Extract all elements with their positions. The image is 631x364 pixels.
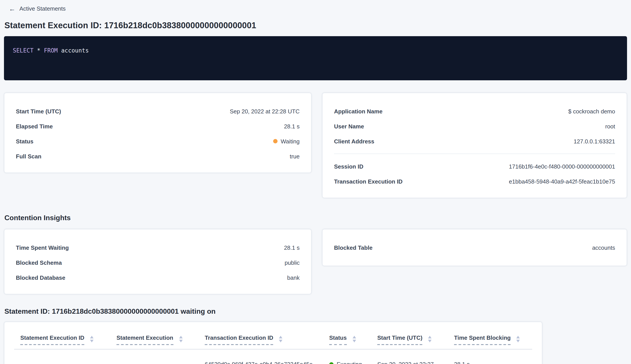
full-scan-value: true bbox=[290, 153, 300, 160]
status-label: Status bbox=[16, 138, 33, 144]
column-header-label: Statement Execution bbox=[116, 334, 173, 345]
sort-desc-icon bbox=[516, 340, 520, 342]
column-header-label: Statement Execution ID bbox=[20, 334, 84, 345]
sort-icon[interactable] bbox=[179, 336, 182, 342]
blocked-database-label: Blocked Database bbox=[16, 274, 65, 281]
column-header-label: Status bbox=[329, 334, 346, 345]
user-name-row: User Name root bbox=[334, 119, 615, 134]
start-time-value: Sep 20, 2022 at 22:28 UTC bbox=[230, 108, 300, 114]
session-id-label: Session ID bbox=[334, 163, 364, 170]
sql-table-name: accounts bbox=[61, 47, 89, 54]
blocked-table-label: Blocked Table bbox=[334, 244, 372, 251]
session-id-link[interactable]: 1716b1f6-4e0c-f480-0000-000000000001 bbox=[509, 163, 615, 170]
column-header-transaction-execution-id[interactable]: Transaction Execution ID bbox=[205, 334, 329, 345]
client-address-row: Client Address 127.0.0.1:63321 bbox=[334, 134, 615, 149]
column-header-label: Time Spent Blocking bbox=[454, 334, 511, 345]
blocked-schema-label: Blocked Schema bbox=[16, 259, 62, 266]
column-header-status[interactable]: Status bbox=[329, 334, 377, 345]
sort-desc-icon bbox=[352, 340, 356, 342]
column-header-start-time[interactable]: Start Time (UTC) bbox=[377, 334, 454, 345]
sort-asc-icon bbox=[352, 336, 356, 338]
page-title: Statement Execution ID: 1716b218dc0b3838… bbox=[4, 21, 627, 30]
sql-keyword-from: FROM bbox=[44, 47, 58, 54]
session-id-row: Session ID 1716b1f6-4e0c-f480-0000-00000… bbox=[334, 159, 615, 174]
status-value: Waiting bbox=[273, 138, 300, 144]
back-arrow-icon: ← bbox=[9, 5, 16, 12]
column-header-time-spent-blocking[interactable]: Time Spent Blocking bbox=[454, 334, 534, 345]
blocked-database-value: bank bbox=[287, 274, 300, 281]
card-divider bbox=[334, 154, 615, 154]
blocked-schema-value: public bbox=[284, 259, 300, 266]
column-header-label: Transaction Execution ID bbox=[205, 334, 273, 345]
elapsed-time-label: Elapsed Time bbox=[16, 123, 53, 130]
sort-asc-icon bbox=[279, 336, 283, 338]
sort-desc-icon bbox=[428, 340, 432, 342]
sql-keyword-select: SELECT bbox=[13, 47, 34, 54]
transaction-execution-id-label: Transaction Execution ID bbox=[334, 178, 403, 185]
sort-asc-icon bbox=[516, 336, 520, 338]
status-row: Status Waiting bbox=[16, 134, 300, 149]
cell-start-time: Sep 20, 2022 at 22:27 bbox=[377, 361, 454, 364]
execution-overview-card: Start Time (UTC) Sep 20, 2022 at 22:28 U… bbox=[4, 93, 312, 173]
sort-desc-icon bbox=[279, 340, 283, 342]
start-time-row: Start Time (UTC) Sep 20, 2022 at 22:28 U… bbox=[16, 104, 300, 119]
sort-desc-icon bbox=[90, 340, 94, 342]
blocked-table-row: Blocked Table accounts bbox=[334, 240, 615, 255]
cell-status: Executing bbox=[329, 361, 377, 364]
sql-statement-box: SELECT * FROM accounts bbox=[4, 36, 627, 80]
status-executing-dot-icon bbox=[329, 362, 334, 364]
blocked-table-card: Blocked Table accounts bbox=[322, 229, 627, 266]
sort-desc-icon bbox=[179, 340, 182, 342]
transaction-execution-id-row: Transaction Execution ID e1bba458-5948-4… bbox=[334, 174, 615, 189]
status-waiting-dot-icon bbox=[273, 139, 278, 144]
cell-transaction-execution-id: 64530d0c-969f-437e-a9b4-26a72245e45e bbox=[205, 361, 329, 364]
time-spent-waiting-value: 28.1 s bbox=[284, 244, 300, 251]
sort-icon[interactable] bbox=[352, 336, 356, 342]
application-name-value: $ cockroach demo bbox=[568, 108, 615, 114]
table-row: 64530d0c-969f-437e-a9b4-26a72245e45e Exe… bbox=[20, 350, 532, 364]
column-header-statement-execution-id[interactable]: Statement Execution ID bbox=[20, 334, 116, 345]
sort-icon[interactable] bbox=[279, 336, 283, 342]
sort-icon[interactable] bbox=[90, 336, 94, 342]
blocked-table-value: accounts bbox=[592, 244, 615, 251]
application-name-row: Application Name $ cockroach demo bbox=[334, 104, 615, 119]
waiting-on-heading: Statement ID: 1716b218dc0b38380000000000… bbox=[4, 308, 627, 316]
contention-details-card: Time Spent Waiting 28.1 s Blocked Schema… bbox=[4, 229, 312, 294]
full-scan-label: Full Scan bbox=[16, 153, 42, 160]
sort-icon[interactable] bbox=[516, 336, 520, 342]
full-scan-row: Full Scan true bbox=[16, 149, 300, 164]
waiting-on-table-header: Statement Execution ID Statement Executi… bbox=[20, 322, 532, 345]
user-name-value: root bbox=[605, 123, 615, 130]
contention-insights-heading: Contention Insights bbox=[4, 214, 627, 222]
time-spent-waiting-label: Time Spent Waiting bbox=[16, 244, 69, 251]
transaction-execution-id-link[interactable]: e1bba458-5948-40a9-a42f-5feac1b10e75 bbox=[509, 178, 615, 185]
column-header-label: Start Time (UTC) bbox=[377, 334, 422, 345]
sort-asc-icon bbox=[90, 336, 94, 338]
sort-icon[interactable] bbox=[428, 336, 432, 342]
sql-star: * bbox=[37, 47, 40, 54]
waiting-on-table: Statement Execution ID Statement Executi… bbox=[4, 322, 542, 364]
back-to-active-statements-link[interactable]: ← Active Statements bbox=[9, 5, 627, 12]
blocked-database-row: Blocked Database bank bbox=[16, 270, 300, 285]
back-link-label: Active Statements bbox=[20, 5, 66, 12]
user-name-label: User Name bbox=[334, 123, 364, 130]
client-address-value: 127.0.0.1:63321 bbox=[574, 138, 615, 144]
column-header-statement-execution[interactable]: Statement Execution bbox=[116, 334, 205, 345]
time-spent-waiting-row: Time Spent Waiting 28.1 s bbox=[16, 240, 300, 255]
status-text: Waiting bbox=[281, 138, 300, 144]
sort-asc-icon bbox=[179, 336, 182, 338]
application-name-label: Application Name bbox=[334, 108, 382, 114]
cell-time-spent-blocking: 28.1 s bbox=[454, 361, 534, 364]
start-time-label: Start Time (UTC) bbox=[16, 108, 61, 114]
blocked-schema-row: Blocked Schema public bbox=[16, 255, 300, 270]
elapsed-time-value: 28.1 s bbox=[284, 123, 300, 130]
session-details-card: Application Name $ cockroach demo User N… bbox=[322, 93, 627, 198]
statement-execution-details-page: ← Active Statements Statement Execution … bbox=[0, 0, 631, 364]
client-address-label: Client Address bbox=[334, 138, 374, 144]
status-text: Executing bbox=[337, 361, 362, 364]
elapsed-time-row: Elapsed Time 28.1 s bbox=[16, 119, 300, 134]
sort-asc-icon bbox=[428, 336, 432, 338]
